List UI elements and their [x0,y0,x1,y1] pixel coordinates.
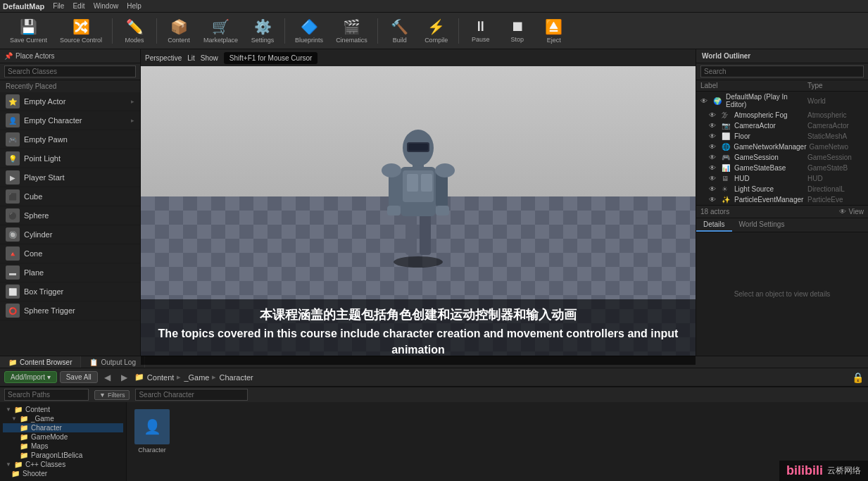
breadcrumb-sep-2: ▸ [212,373,216,382]
tree-shooter-icon: 📁 [11,470,20,477]
show-label[interactable]: Show [201,54,218,62]
floor-type: StaticMeshA [807,132,864,140]
svg-point-0 [394,256,443,268]
outliner-item-gamestate[interactable]: 👁 📊 GameStateBase GameStateB [696,163,868,173]
save-current-button[interactable]: 💾 Save Current [4,15,53,46]
nav-back-button[interactable]: ◀ [101,370,115,385]
asset-character[interactable]: 👤 Character [131,406,173,456]
breadcrumb-character[interactable]: Character [219,373,253,382]
outliner-item-floor[interactable]: 👁 ⬜ Floor StaticMeshA [696,131,868,142]
content-button[interactable]: 📦 Content [161,15,196,46]
menu-edit[interactable]: Edit [73,2,84,10]
place-actors-header: 📌 Place Actors [0,49,140,63]
sphere-icon: ⚫ [6,208,20,223]
point-light-icon: 💡 [6,151,20,165]
tree-cpp-classes[interactable]: ▼ 📁 C++ Classes [3,460,123,469]
view-label[interactable]: View [849,208,864,215]
actor-sphere-trigger[interactable]: ⭕ Sphere Trigger [0,301,140,320]
outliner-item-defaultmap[interactable]: 👁 🌍 DefaultMap (Play In Editor) World [696,92,868,110]
subtitle-overlay: 本课程涵盖的主题包括角色创建和运动控制器和输入动画 The topics cov… [141,299,696,365]
svg-rect-10 [436,206,449,215]
outliner-search-input[interactable] [700,65,864,77]
actor-cylinder[interactable]: 🔘 Cylinder [0,225,140,244]
marketplace-button[interactable]: 🛒 Marketplace [198,15,244,46]
breadcrumb-game[interactable]: _Game [184,373,209,382]
outliner-item-gamesession[interactable]: 👁 🎮 GameSession GameSession [696,152,868,163]
tree-gamemode-icon: 📁 [20,433,28,441]
fog-icon: 🌫 [722,111,731,119]
modes-button[interactable]: ✏️ Modes [117,15,152,46]
tree-gamemode[interactable]: 📁 GameMode [3,432,123,442]
asset-character-thumb: 👤 [134,409,170,444]
nav-forward-button[interactable]: ▶ [118,370,132,385]
tab-output-log[interactable]: 📋 Output Log [81,356,144,368]
search-paths-input[interactable] [4,389,89,401]
actor-sphere[interactable]: ⚫ Sphere [0,206,140,225]
tree-shooter[interactable]: 📁 Shooter [3,469,123,478]
cinematics-button[interactable]: 🎬 Cinematics [330,15,373,46]
eye-icon-defaultmap: 👁 [700,97,710,105]
actor-plane[interactable]: ▬ Plane [0,263,140,282]
filters-button[interactable]: ▼ Filters [94,390,130,400]
tab-content-browser[interactable]: 📁 Content Browser [0,356,81,368]
actor-cone[interactable]: 🔺 Cone [0,244,140,263]
outliner-item-light[interactable]: 👁 ☀ Light Source DirectionalL [696,184,868,194]
empty-character-icon: 👤 [6,113,20,127]
box-trigger-icon: ⬜ [6,285,20,299]
menu-help[interactable]: Help [127,2,141,10]
settings-button[interactable]: ⚙️ Settings [245,15,280,46]
tree-gamemode-label: GameMode [31,433,68,441]
tree-game[interactable]: ▼ 📁 _Game [3,414,123,423]
stop-button[interactable]: ⏹ Stop [500,15,535,46]
atmo-fog-type: Atmospheric [807,111,864,119]
tree-character[interactable]: 📁 Character [3,423,123,432]
source-control-button[interactable]: 🔀 Source Control [54,15,108,46]
actor-empty-pawn[interactable]: 🎮 Empty Pawn [0,130,140,149]
eject-icon: ⏏️ [545,18,562,35]
camera-icon: 📷 [722,122,731,130]
tree-maps[interactable]: 📁 Maps [3,442,123,451]
actor-empty-character[interactable]: 👤 Empty Character ▸ [0,111,140,130]
gamestate-type: GameStateB [807,164,864,172]
tree-content[interactable]: ▼ 📁 Content [3,405,123,414]
pause-button[interactable]: ⏸ Pause [463,15,498,46]
menu-file[interactable]: File [53,2,64,10]
outliner-item-network[interactable]: 👁 🌐 GameNetworkManager GameNetwo [696,142,868,152]
actor-player-start[interactable]: ▶ Player Start [0,168,140,187]
folder-tree: ▼ 📁 Content ▼ 📁 _Game 📁 Character 📁 Game… [0,402,127,481]
section-recently-placed[interactable]: Recently Placed [0,80,140,92]
outliner-item-particle[interactable]: 👁 ✨ ParticleEventManager ParticleEve [696,194,868,205]
content-browser-icon: 📁 [8,358,17,366]
tab-world-settings[interactable]: World Settings [732,218,792,232]
compile-button[interactable]: ⚡ Compile [419,15,454,46]
save-all-button[interactable]: Save All [60,371,98,383]
cinematics-icon: 🎬 [343,18,360,35]
eject-label: Eject [547,37,561,44]
menu-window[interactable]: Window [94,2,119,10]
blueprints-button[interactable]: 🔷 Blueprints [289,15,329,46]
lit-label[interactable]: Lit [187,54,195,62]
actor-point-light[interactable]: 💡 Point Light [0,149,140,168]
perspective-label[interactable]: Perspective [145,54,182,62]
tree-paragon[interactable]: 📁 ParagonLtBelica [3,451,123,460]
search-classes-input[interactable] [4,65,136,77]
actor-box-trigger[interactable]: ⬜ Box Trigger [0,282,140,301]
tab-details[interactable]: Details [696,218,732,232]
breadcrumb-content[interactable]: Content [147,373,175,382]
build-icon: 🔨 [391,18,408,35]
empty-actor-icon: ⭐ [6,94,20,108]
outliner-item-atmo-fog[interactable]: 👁 🌫 Atmospheric Fog Atmospheric [696,110,868,120]
actor-cube[interactable]: ⬛ Cube [0,187,140,206]
add-import-button[interactable]: Add/Import ▾ [4,371,57,383]
cinematics-label: Cinematics [336,37,367,44]
hud-label: HUD [734,175,805,182]
actor-empty-actor[interactable]: ⭐ Empty Actor ▸ [0,92,140,111]
outliner-item-hud[interactable]: 👁 🖥 HUD HUD [696,173,868,184]
lock-icon: 🔒 [852,372,864,383]
build-button[interactable]: 🔨 Build [382,15,417,46]
outliner-item-camera[interactable]: 👁 📷 CameraActor CameraActor [696,120,868,131]
svg-rect-1 [405,213,417,255]
eject-button[interactable]: ⏏️ Eject [536,15,572,46]
search-character-input[interactable] [135,389,248,401]
cone-icon: 🔺 [6,246,20,261]
